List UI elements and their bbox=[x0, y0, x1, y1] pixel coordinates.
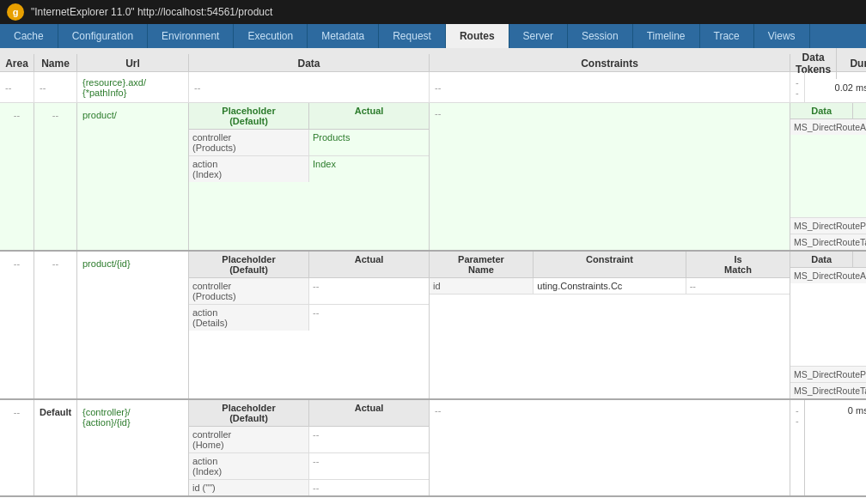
row2-data-tokens: Data Value MS_DirectRouteActions ⊞ { 'Ac… bbox=[790, 103, 866, 250]
row4-data: Placeholder(Default) Actual controller(H… bbox=[189, 400, 430, 495]
row4-duration: 0 ms bbox=[805, 400, 866, 495]
row1-url-text: {resource}.axd/{*pathInfo} bbox=[82, 77, 146, 98]
tab-trace[interactable]: Trace bbox=[700, 24, 754, 48]
tab-metadata[interactable]: Metadata bbox=[308, 24, 379, 48]
row3-url: product/{id} bbox=[77, 252, 189, 398]
row2-url: product/ bbox=[77, 103, 189, 250]
tab-request[interactable]: Request bbox=[379, 24, 446, 48]
col-duration: Duration bbox=[837, 54, 866, 73]
row3-data-tokens: Data Value MS_DirectRouteActions ⊞ { 'Ac… bbox=[790, 252, 866, 398]
row4-url: {controller}/{action}/{id} bbox=[77, 400, 189, 495]
row1-duration: 0.02 ms bbox=[805, 72, 866, 102]
tab-environment[interactable]: Environment bbox=[148, 24, 234, 48]
col-constraints: Constraints bbox=[430, 54, 790, 73]
col-area: Area bbox=[0, 54, 34, 73]
row4-name: Default bbox=[34, 400, 77, 495]
routes-table: -- -- {resource}.axd/{*pathInfo} -- -- -… bbox=[0, 72, 866, 504]
row1-url: {resource}.axd/{*pathInfo} bbox=[77, 72, 189, 102]
row3-area: -- bbox=[0, 252, 34, 398]
table-row: -- -- {resource}.axd/{*pathInfo} -- -- -… bbox=[0, 72, 866, 103]
tab-routes[interactable]: Routes bbox=[446, 24, 509, 48]
tab-execution[interactable]: Execution bbox=[234, 24, 308, 48]
tab-configuration[interactable]: Configuration bbox=[58, 24, 148, 48]
app-logo: g bbox=[7, 3, 24, 21]
row2-name: -- bbox=[34, 103, 77, 250]
table-row: -- -- product/ Placeholder(Default) Actu… bbox=[0, 103, 866, 252]
row3-data: Placeholder(Default) Actual controller(P… bbox=[189, 252, 430, 398]
row1-constraints: -- bbox=[430, 72, 790, 102]
row4-area: -- bbox=[0, 400, 34, 495]
row2-area: -- bbox=[0, 103, 34, 250]
row3-constraints: ParameterName Constraint IsMatch id utin… bbox=[430, 252, 790, 398]
col-data: Data bbox=[189, 54, 430, 73]
table-row: -- -- product/{id} Placeholder(Default) … bbox=[0, 252, 866, 400]
row1-data: -- bbox=[189, 72, 430, 102]
col-url: Url bbox=[77, 54, 189, 73]
row4-data-tokens: -- bbox=[790, 400, 805, 495]
row2-constraints: -- bbox=[430, 103, 790, 250]
tab-server[interactable]: Server bbox=[509, 24, 568, 48]
window-title: "InternetExplorer 11.0" http://localhost… bbox=[31, 6, 272, 18]
column-headers: Area Name Url Data Constraints Data Toke… bbox=[0, 48, 866, 72]
row1-name: -- bbox=[34, 72, 77, 102]
titlebar: g "InternetExplorer 11.0" http://localho… bbox=[0, 0, 866, 24]
tab-timeline[interactable]: Timeline bbox=[633, 24, 700, 48]
table-row: -- Default {controller}/{action}/{id} Pl… bbox=[0, 400, 866, 497]
row2-data: Placeholder(Default) Actual controller(P… bbox=[189, 103, 430, 250]
row4-constraints: -- bbox=[430, 400, 790, 495]
tab-bar: Cache Configuration Environment Executio… bbox=[0, 24, 866, 48]
row3-name: -- bbox=[34, 252, 77, 398]
col-name: Name bbox=[34, 54, 77, 73]
tab-cache[interactable]: Cache bbox=[0, 24, 58, 48]
tab-views[interactable]: Views bbox=[754, 24, 810, 48]
row1-area: -- bbox=[0, 72, 34, 102]
tab-session[interactable]: Session bbox=[568, 24, 633, 48]
row1-data-tokens: -- bbox=[790, 72, 805, 102]
